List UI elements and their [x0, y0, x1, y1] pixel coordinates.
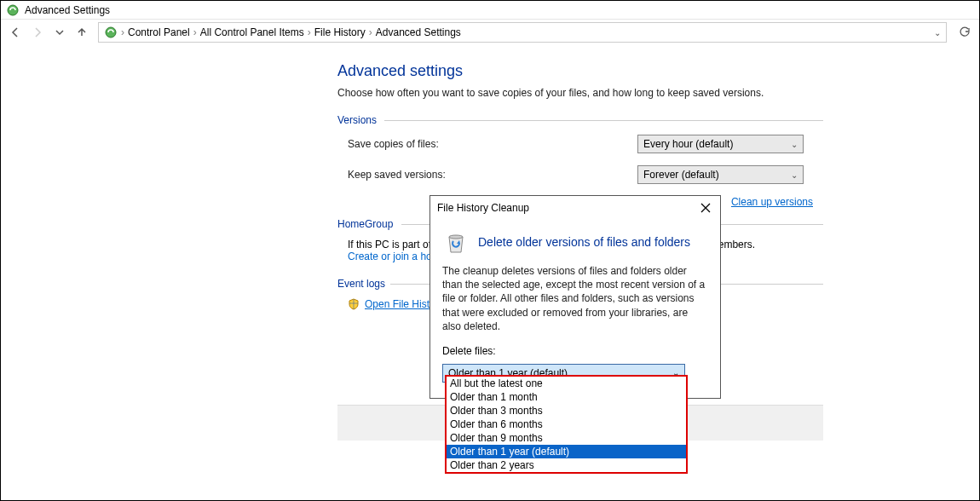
section-versions-label: Versions — [337, 114, 823, 126]
title-bar: Advanced Settings — [1, 1, 979, 20]
cleanup-versions-link[interactable]: Clean up versions — [731, 196, 813, 208]
breadcrumb-item[interactable]: File History — [314, 26, 366, 38]
shield-icon — [348, 298, 360, 310]
delete-files-label: Delete files: — [442, 345, 708, 357]
recent-dropdown-button[interactable] — [50, 23, 69, 42]
save-copies-row: Save copies of files: Every hour (defaul… — [348, 135, 823, 153]
nav-bar: › Control Panel › All Control Panel Item… — [1, 20, 979, 45]
dialog-description: The cleanup deletes versions of files an… — [442, 264, 708, 333]
svg-point-1 — [106, 27, 116, 37]
page-title: Advanced settings — [337, 62, 823, 80]
keep-versions-label: Keep saved versions: — [348, 169, 637, 181]
option-item[interactable]: Older than 1 year (default) — [447, 445, 686, 458]
keep-versions-row: Keep saved versions: Forever (default) ⌄ — [348, 165, 823, 184]
refresh-button[interactable] — [955, 23, 974, 42]
option-item[interactable]: Older than 6 months — [447, 418, 686, 431]
chevron-right-icon: › — [369, 26, 372, 38]
save-copies-label: Save copies of files: — [348, 138, 637, 150]
chevron-right-icon: › — [193, 26, 197, 38]
option-item[interactable]: Older than 3 months — [447, 404, 686, 418]
keep-versions-dropdown[interactable]: Forever (default) ⌄ — [637, 165, 804, 184]
option-item[interactable]: Older than 9 months — [447, 431, 686, 445]
option-item[interactable]: Older than 1 month — [447, 390, 686, 404]
window-title: Advanced Settings — [25, 4, 110, 16]
svg-point-0 — [8, 5, 18, 15]
address-bar[interactable]: › Control Panel › All Control Panel Item… — [98, 22, 947, 43]
chevron-right-icon: › — [308, 26, 311, 38]
app-icon — [6, 3, 20, 17]
chevron-right-icon: › — [121, 26, 124, 38]
chevron-down-icon: ⌄ — [791, 170, 798, 180]
dialog-titlebar: File History Cleanup — [430, 196, 720, 220]
chevron-down-icon: ⌄ — [791, 140, 798, 149]
dialog-heading: Delete older versions of files and folde… — [478, 235, 690, 249]
up-button[interactable] — [72, 23, 91, 42]
close-button[interactable] — [698, 200, 713, 216]
forward-button[interactable] — [28, 23, 47, 42]
option-item[interactable]: All but the latest one — [447, 377, 686, 390]
eventlogs-link[interactable]: Open File Hist — [365, 298, 429, 310]
address-bar-icon — [104, 26, 118, 39]
back-button[interactable] — [6, 23, 25, 42]
dialog-title: File History Cleanup — [437, 202, 529, 214]
breadcrumb-item[interactable]: All Control Panel Items — [200, 26, 304, 38]
cleanup-dialog: File History Cleanup Delete older versio… — [429, 195, 721, 399]
svg-point-2 — [449, 235, 463, 239]
delete-files-options: All but the latest one Older than 1 mont… — [445, 375, 688, 474]
breadcrumb-item[interactable]: Control Panel — [128, 26, 190, 38]
page-subtitle: Choose how often you want to save copies… — [337, 87, 823, 99]
chevron-down-icon[interactable]: ⌄ — [934, 28, 941, 37]
option-item[interactable]: Older than 2 years — [447, 458, 686, 472]
recycle-bin-icon — [442, 228, 470, 256]
breadcrumb-item[interactable]: Advanced Settings — [376, 26, 461, 38]
save-copies-dropdown[interactable]: Every hour (default) ⌄ — [637, 135, 804, 153]
